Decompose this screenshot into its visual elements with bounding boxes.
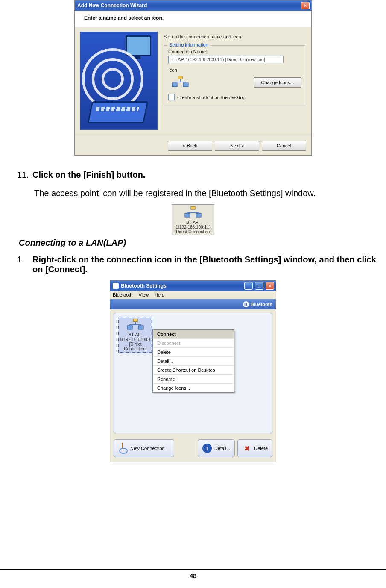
step-11-text: Click on the [Finish] button. [32, 170, 145, 180]
shortcut-label: Create a shortcut on the desktop [177, 95, 246, 100]
detail-button[interactable]: i Detail... [198, 439, 235, 457]
bt-titlebar: Bluetooth Settings _ □ × [110, 281, 276, 291]
connection-name-input[interactable] [168, 56, 284, 63]
connection-item[interactable]: BT-AP-1(192.168.100.11) [Direct Connecti… [118, 318, 152, 353]
fieldset-legend: Setting information [167, 42, 210, 47]
icon-label: Icon [168, 68, 301, 73]
step-11: 11. Click on the [Finish] button. [17, 170, 386, 180]
access-point-icon: BT-AP-1(192.168.100.11) [Direct Connecti… [172, 204, 214, 235]
wizard-titlebar: Add New Connection Wizard × [75, 0, 311, 11]
back-button[interactable]: < Back [168, 141, 212, 151]
access-point-caption: BT-AP-1(192.168.100.11) [Direct Connecti… [173, 220, 213, 234]
detail-label: Detail... [214, 446, 230, 451]
close-icon[interactable]: × [266, 282, 274, 290]
step-11-body: The access point icon will be registered… [34, 188, 386, 198]
shortcut-row: Create a shortcut on the desktop [168, 94, 301, 100]
svg-rect-9 [196, 213, 201, 217]
close-icon[interactable]: × [301, 2, 310, 9]
svg-rect-5 [191, 206, 195, 209]
ctx-delete[interactable]: Delete [153, 348, 234, 357]
page-number: 48 [190, 572, 197, 579]
wizard-header: Enter a name and select an icon. [75, 11, 311, 27]
wizard-body: Set up the connection name and icon. Set… [75, 27, 311, 136]
network-icon [127, 319, 144, 332]
svg-rect-8 [185, 213, 190, 217]
ctx-rename[interactable]: Rename [153, 375, 234, 384]
ctx-connect[interactable]: Connect [153, 330, 234, 339]
network-icon [184, 206, 202, 219]
connection-item-label: BT-AP-1(192.168.100.11) [Direct Connecti… [120, 332, 151, 351]
new-connection-button[interactable]: New Connection [114, 439, 174, 457]
svg-rect-10 [133, 319, 137, 322]
shortcut-checkbox[interactable] [168, 94, 175, 100]
ctx-shortcut[interactable]: Create Shortcut on Desktop [153, 366, 234, 375]
svg-rect-3 [172, 83, 177, 87]
delete-button[interactable]: ✖ Delete [237, 439, 272, 457]
page-footer: 48 [0, 569, 386, 579]
svg-rect-13 [127, 326, 132, 329]
wizard-instruction: Set up the connection name and icon. [164, 34, 306, 39]
menu-view[interactable]: View [138, 292, 149, 297]
change-icons-button[interactable]: Change Icons... [254, 77, 301, 88]
step-1: 1. Right-click on the connection icon in… [17, 255, 386, 274]
wizard-window: Add New Connection Wizard × Enter a name… [74, 0, 312, 156]
context-menu: Connect Disconnect Delete Detail... Crea… [152, 329, 234, 393]
step-1-text: Right-click on the connection icon in th… [32, 255, 383, 274]
bt-title: Bluetooth Settings [121, 283, 242, 289]
wizard-illustration [80, 32, 158, 130]
setting-information-fieldset: Setting information Connection Name: Ico… [164, 45, 306, 106]
step-number: 11. [17, 170, 29, 180]
wizard-title: Add New Connection Wizard [77, 3, 301, 9]
cancel-button[interactable]: Cancel [262, 141, 306, 151]
antenna-icon [118, 444, 128, 453]
bluetooth-titlebar-icon [113, 283, 119, 289]
wizard-form: Set up the connection name and icon. Set… [164, 32, 306, 130]
ctx-change-icons[interactable]: Change Icons... [153, 384, 234, 392]
minimize-icon[interactable]: _ [244, 282, 253, 290]
menu-help[interactable]: Help [155, 292, 164, 297]
bluetooth-logo-icon: B [243, 301, 249, 307]
wizard-footer: < Back Next > Cancel [75, 136, 311, 155]
info-icon: i [202, 444, 212, 453]
delete-icon: ✖ [242, 444, 251, 453]
bt-footer: New Connection i Detail... ✖ Delete [110, 437, 276, 462]
maximize-icon[interactable]: □ [255, 282, 263, 290]
bluetooth-settings-window: Bluetooth Settings _ □ × Bluetooth View … [110, 280, 276, 462]
ctx-detail[interactable]: Detail... [153, 357, 234, 366]
bt-brand-text: Bluetooth [251, 302, 272, 307]
network-icon [172, 76, 189, 89]
svg-rect-4 [183, 83, 188, 87]
bt-brand-band: B Bluetooth [110, 299, 276, 309]
new-connection-label: New Connection [130, 446, 165, 451]
svg-rect-14 [138, 326, 143, 329]
bt-body: BT-AP-1(192.168.100.11) [Direct Connecti… [114, 313, 272, 433]
step-number: 1. [17, 255, 29, 274]
delete-label: Delete [254, 446, 268, 451]
ctx-disconnect: Disconnect [153, 339, 234, 348]
connection-name-label: Connection Name: [168, 49, 301, 54]
bt-menubar: Bluetooth View Help [110, 291, 276, 299]
svg-rect-0 [178, 76, 182, 79]
next-button[interactable]: Next > [215, 141, 259, 151]
menu-bluetooth[interactable]: Bluetooth [113, 292, 132, 297]
section-subtitle: Connecting to a LAN(LAP) [19, 238, 386, 248]
